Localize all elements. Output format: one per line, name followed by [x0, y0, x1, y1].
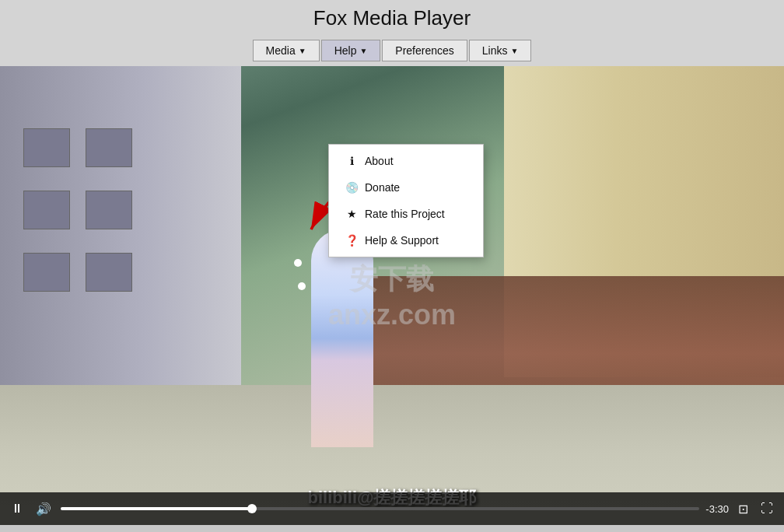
about-icon: ℹ: [345, 155, 359, 167]
menu-bar: Media ▼ Help ▼ Preferences Links ▼: [0, 35, 784, 66]
fullscreen-button[interactable]: ⛶: [758, 500, 776, 517]
help-menu-button[interactable]: Help ▼: [321, 40, 381, 61]
help-arrow-icon: ▼: [359, 47, 367, 55]
progress-bar[interactable]: [61, 507, 699, 510]
video-area: 安下载anxz.com bilibili@搓搓搓搓搓耶 ℹ About 💿 Do…: [0, 66, 784, 525]
donate-icon: 💿: [345, 181, 359, 194]
title-bar: Fox Media Player: [0, 0, 784, 35]
play-button[interactable]: ⏸: [8, 500, 26, 517]
window-icon: ⊡: [738, 502, 748, 516]
links-menu-button[interactable]: Links ▼: [469, 40, 532, 61]
help-support-menu-item[interactable]: ❓ Help & Support: [329, 227, 483, 254]
progress-thumb[interactable]: [247, 504, 257, 513]
window-button[interactable]: ⊡: [735, 500, 751, 518]
volume-icon: 🔊: [36, 502, 51, 516]
links-arrow-icon: ▼: [511, 47, 519, 55]
help-icon: ❓: [345, 234, 359, 247]
help-dropdown-menu: ℹ About 💿 Donate ★ Rate this Project ❓ H…: [328, 144, 484, 257]
progress-fill: [61, 507, 252, 510]
media-arrow-icon: ▼: [299, 47, 306, 55]
play-icon: ⏸: [11, 502, 23, 515]
fullscreen-icon: ⛶: [761, 502, 773, 515]
app-title: Fox Media Player: [313, 6, 471, 30]
rate-menu-item[interactable]: ★ Rate this Project: [329, 201, 483, 227]
about-menu-item[interactable]: ℹ About: [329, 148, 483, 174]
time-remaining: -3:30: [705, 503, 729, 515]
volume-button[interactable]: 🔊: [33, 500, 54, 518]
star-icon: ★: [345, 208, 359, 220]
preferences-button[interactable]: Preferences: [382, 40, 467, 61]
controls-bar: ⏸ 🔊 -3:30 ⊡ ⛶: [0, 492, 784, 525]
donate-menu-item[interactable]: 💿 Donate: [329, 174, 483, 201]
media-menu-button[interactable]: Media ▼: [253, 40, 320, 61]
